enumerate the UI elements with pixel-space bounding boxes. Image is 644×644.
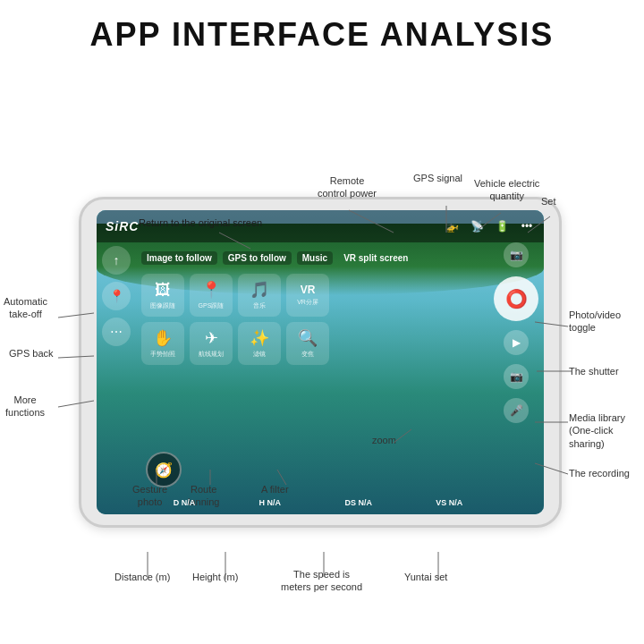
route-label: 航线规划 (199, 350, 224, 359)
bottom-stats-bar: D N/A H N/A DS N/A VS N/A (141, 498, 495, 507)
media-library-btn[interactable]: ▶ (504, 330, 529, 355)
shutter-btn[interactable]: ⭕ (494, 276, 538, 321)
label-speed: The speed ismeters per second (281, 568, 362, 594)
music-sym: 🎵 (250, 280, 269, 300)
label-recording: The recording (569, 467, 630, 479)
icon-grid-row2: ✋ 手势拍照 ✈ 航线规划 ✨ 滤镜 🔍 变焦 (141, 322, 495, 365)
drone-icon[interactable]: 🚁 (444, 218, 460, 234)
zoom-sym: 🔍 (298, 328, 318, 348)
image-label: 图像跟随 (150, 301, 175, 310)
tablet-frame: SiRC 🚁 📡 🔋 ••• ↑ 📍 ⋯ Image to follow GPS… (79, 197, 562, 528)
label-media-library: Media library(One-click sharing) (569, 411, 644, 450)
auto-takeoff-btn[interactable]: ↑ (102, 246, 131, 275)
label-more-functions: Morefunctions (5, 394, 45, 419)
distance-stat: D N/A (174, 498, 196, 507)
label-set: Set (541, 195, 556, 208)
filter-icon[interactable]: ✨ 滤镜 (238, 322, 281, 365)
mic-btn[interactable]: 🎤 (504, 398, 529, 423)
route-sym: ✈ (205, 328, 218, 348)
gesture-photo-icon[interactable]: ✋ 手势拍照 (141, 322, 184, 365)
label-yuntai: Yuntai set (404, 571, 447, 583)
route-plan-icon[interactable]: ✈ 航线规划 (190, 322, 233, 365)
right-sidebar: 📷 ⭕ ▶ 📷 🎤 (494, 242, 538, 423)
vr-sym: VR (301, 284, 316, 296)
label-height: Height (m) (192, 571, 238, 583)
more-icon[interactable]: ••• (519, 218, 535, 234)
label-shutter: The shutter (569, 365, 619, 377)
image-follow-icon[interactable]: 🖼 图像跟随 (141, 274, 184, 317)
height-stat: H N/A (259, 498, 282, 507)
label-auto-takeoff: Automatictake-off (4, 295, 47, 321)
label-remote-control: Remotecontrol power (318, 174, 377, 200)
music-icon[interactable]: 🎵 音乐 (238, 274, 281, 317)
label-a-filter: A filter (261, 483, 289, 496)
page-title: APP INTERFACE ANALYSIS (0, 0, 644, 63)
filter-label: 滤镜 (253, 350, 266, 359)
label-gps-back: GPS back (9, 347, 54, 360)
compass: 🧭 (146, 452, 182, 487)
gps-follow-icon[interactable]: 📍 GPS跟随 (190, 274, 233, 317)
vs-stat: VS N/A (436, 498, 462, 507)
zoom-label: 变焦 (301, 350, 314, 359)
gps-icon: 📍 (201, 280, 221, 300)
vr-split-label[interactable]: VR split screen (338, 251, 413, 265)
app-header: SiRC 🚁 📡 🔋 ••• (97, 210, 544, 242)
compass-icon: 🧭 (155, 462, 173, 479)
icon-grid-row1: 🖼 图像跟随 📍 GPS跟随 🎵 音乐 VR VR分屏 (141, 274, 495, 317)
filter-sym: ✨ (250, 328, 269, 348)
zoom-icon[interactable]: 🔍 变焦 (286, 322, 329, 365)
image-follow-label[interactable]: Image to follow (141, 251, 217, 265)
gesture-sym: ✋ (153, 328, 173, 348)
main-menu: Image to follow GPS to follow Music VR s… (141, 246, 495, 470)
photo-video-toggle-btn[interactable]: 📷 (504, 242, 529, 267)
vr-icon[interactable]: VR VR分屏 (286, 274, 329, 317)
signal-icon[interactable]: 📡 (469, 218, 485, 234)
music-label[interactable]: Music (297, 251, 333, 265)
battery-icon[interactable]: 🔋 (494, 218, 510, 234)
app-logo: SiRC (106, 219, 139, 233)
ds-stat: DS N/A (344, 498, 372, 507)
music-label-cn: 音乐 (253, 301, 266, 310)
gps-back-btn[interactable]: 📍 (102, 282, 131, 310)
vr-label-cn: VR分屏 (297, 298, 318, 307)
camera-btn[interactable]: 📷 (504, 364, 529, 389)
label-gps-signal: GPS signal (413, 172, 462, 184)
menu-labels-bar: Image to follow GPS to follow Music VR s… (141, 246, 495, 270)
image-icon: 🖼 (155, 281, 171, 300)
gps-follow-label[interactable]: GPS to follow (223, 251, 292, 265)
label-distance: Distance (m) (114, 571, 170, 583)
label-vehicle-electric: Vehicle electricquantity (474, 177, 539, 203)
gps-label: GPS跟随 (199, 301, 225, 310)
more-functions-btn[interactable]: ⋯ (102, 318, 131, 346)
left-sidebar: ↑ 📍 ⋯ (102, 246, 131, 346)
label-photo-video-toggle: Photo/videotoggle (569, 309, 621, 335)
app-screen: SiRC 🚁 📡 🔋 ••• ↑ 📍 ⋯ Image to follow GPS… (97, 210, 544, 514)
header-icons: 🚁 📡 🔋 ••• (444, 218, 535, 234)
gesture-label: 手势拍照 (150, 350, 175, 359)
